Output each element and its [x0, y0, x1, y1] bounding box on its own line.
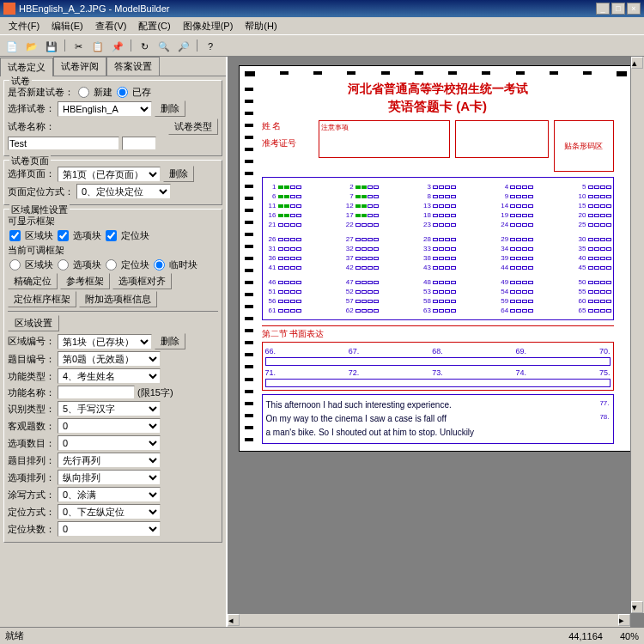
zoom-out-icon[interactable]: 🔎: [175, 38, 192, 55]
copy-icon[interactable]: 📋: [89, 38, 106, 55]
sheet-title1: 河北省普通高等学校招生统一考试: [262, 82, 614, 97]
btn-precise[interactable]: 精确定位: [8, 273, 58, 289]
notice-box: 注意事项: [319, 120, 450, 158]
select-page[interactable]: 第1页（已存页面）: [58, 167, 161, 182]
btn-align[interactable]: 选项框对齐: [112, 273, 172, 289]
rotate-icon[interactable]: ↻: [136, 38, 153, 55]
adj-frame-label: 当前可调框架: [8, 244, 64, 257]
save-icon[interactable]: 💾: [43, 38, 60, 55]
func-name-input[interactable]: [58, 386, 135, 399]
pos-mode-select[interactable]: 0、下左纵定位: [58, 504, 161, 519]
menu-edit[interactable]: 编辑(E): [46, 19, 88, 33]
show-frame-label: 可显示框架: [8, 215, 55, 228]
radio-exist[interactable]: [117, 87, 128, 98]
cut-icon[interactable]: ✂: [70, 38, 87, 55]
paste-icon[interactable]: 📌: [109, 38, 126, 55]
titlebar: HBEnglish_A_2.JPG - ModelBuilder _ □ ×: [0, 0, 644, 17]
fill-box: [455, 120, 549, 158]
menu-view[interactable]: 查看(V): [90, 19, 132, 33]
test-input[interactable]: [8, 137, 119, 150]
essay-text: This afternoon I had such interesting ex…: [262, 394, 614, 444]
group-page: 选择页面： 第1页（已存页面） 删除 页面定位方式： 0、定位块定位: [3, 160, 222, 205]
area-num-select[interactable]: 第1块（已存块）: [58, 334, 152, 349]
pos-block-select[interactable]: 0: [58, 521, 161, 537]
preview-pane[interactable]: 河北省普通高等学校招生统一考试 英语答题卡 (A卡) 姓 名 准考证号 注意事项…: [228, 57, 644, 627]
essay-header: 第二节 书面表达: [262, 328, 614, 340]
toolbar: 📄 📂 💾 ✂ 📋 📌 ↻ 🔍 🔎 ?: [0, 34, 644, 57]
loc-mode-select[interactable]: 0、定位块定位: [76, 184, 171, 199]
test-input2[interactable]: [122, 137, 156, 150]
status-coords: 44,1164: [568, 631, 603, 641]
new-exist-label: 是否新建试卷：: [8, 86, 74, 99]
q-arrange-select[interactable]: 先行再列: [58, 453, 161, 468]
select-exam[interactable]: HBEnglish_A: [58, 101, 152, 117]
left-panel: 试卷定义 试卷评阅 答案设置 是否新建试卷： 新建 已存 选择试卷： HBEng…: [0, 57, 228, 627]
smear-select[interactable]: 0、涂满: [58, 487, 161, 502]
window-title: HBEnglish_A_2.JPG - ModelBuilder: [19, 3, 596, 14]
btn-locframe[interactable]: 定位框序框架: [8, 291, 76, 307]
close-button[interactable]: ×: [627, 3, 641, 15]
barcode-box: 贴条形码区: [554, 120, 614, 172]
select-page-label: 选择页面：: [8, 167, 55, 180]
minimize-button[interactable]: _: [596, 3, 610, 15]
exam-name-label: 试卷名称：: [8, 120, 55, 133]
new-icon[interactable]: 📄: [3, 38, 21, 55]
tab-answers[interactable]: 答案设置: [106, 57, 160, 76]
answer-sheet: 河北省普通高等学校招生统一考试 英语答题卡 (A卡) 姓 名 准考证号 注意事项…: [239, 65, 634, 452]
menu-config[interactable]: 配置(C): [133, 19, 175, 33]
radio-area2[interactable]: [9, 259, 21, 270]
statusbar: 就绪 44,1164 40%: [0, 627, 644, 644]
zoom-in-icon[interactable]: 🔍: [155, 38, 173, 55]
radio-opt2[interactable]: [58, 259, 69, 270]
select-exam-label: 选择试卷：: [8, 102, 55, 115]
tab-review[interactable]: 试卷评阅: [53, 57, 106, 76]
obj-count-select[interactable]: 0: [58, 418, 161, 434]
horizontal-scrollbar[interactable]: ◂▸: [228, 613, 630, 627]
radio-loc2[interactable]: [106, 259, 117, 270]
status-text: 就绪: [5, 629, 24, 642]
vertical-scrollbar[interactable]: ▴▾: [630, 57, 644, 613]
menu-file[interactable]: 文件(F): [3, 19, 45, 33]
opt-arrange-select[interactable]: 纵向排列: [58, 470, 161, 485]
tab-define[interactable]: 试卷定义: [0, 58, 53, 76]
q-num-select[interactable]: 第0题（无效题）: [58, 351, 161, 367]
maximize-button[interactable]: □: [611, 3, 625, 15]
menu-image[interactable]: 图像处理(P): [178, 19, 239, 33]
exam-type-button[interactable]: 试卷类型: [168, 118, 218, 135]
open-icon[interactable]: 📂: [23, 38, 40, 55]
radio-new[interactable]: [78, 87, 89, 98]
recog-type-select[interactable]: 5、手写汉字: [58, 401, 161, 416]
chk-loc[interactable]: [106, 230, 117, 241]
group-exam: 是否新建试卷： 新建 已存 选择试卷： HBEnglish_A 删除 试卷名称：…: [3, 80, 222, 156]
radio-temp[interactable]: [154, 259, 165, 270]
help-icon[interactable]: ?: [202, 38, 219, 55]
bubble-grid: 1234567891011121314151617181920212223242…: [262, 177, 614, 320]
menubar: 文件(F) 编辑(E) 查看(V) 配置(C) 图像处理(P) 帮助(H): [0, 17, 644, 34]
loc-mode-label: 页面定位方式：: [8, 185, 74, 198]
sheet-title2: 英语答题卡 (A卡): [262, 99, 614, 115]
btn-ref[interactable]: 参考框架: [60, 273, 110, 289]
area-delete-button[interactable]: 删除: [155, 333, 185, 349]
group-area: 可显示框架 区域块 选项块 定位块 当前可调框架 区域块 选项块 定位块 临时块: [3, 209, 222, 543]
opt-count-select[interactable]: 0: [58, 435, 161, 451]
delete-button[interactable]: 删除: [155, 100, 185, 117]
menu-help[interactable]: 帮助(H): [240, 19, 282, 33]
btn-add[interactable]: 附加选项框信息: [79, 291, 157, 307]
area-num-label: 区域编号：: [8, 335, 55, 348]
chk-area[interactable]: [9, 230, 21, 241]
app-icon: [3, 3, 15, 15]
btn-area-set[interactable]: 区域设置: [8, 315, 59, 331]
func-type-select[interactable]: 4、考生姓名: [58, 368, 161, 384]
page-delete-button[interactable]: 删除: [163, 166, 194, 182]
status-zoom: 40%: [620, 631, 639, 641]
chk-opt[interactable]: [58, 230, 69, 241]
